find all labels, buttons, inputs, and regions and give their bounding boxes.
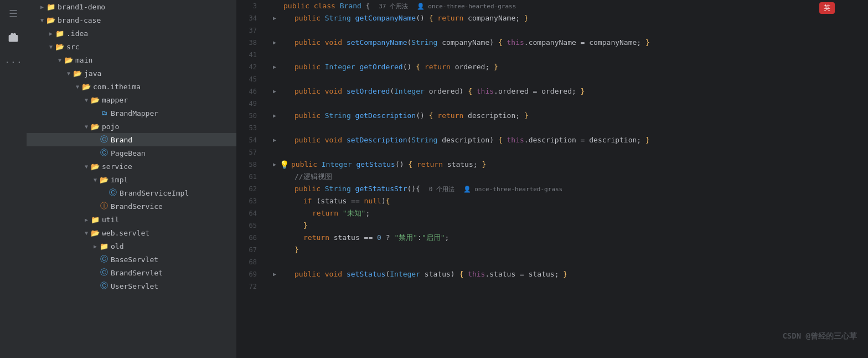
tree-item-brand[interactable]: Ⓒ Brand	[27, 133, 236, 146]
class-icon-user-servlet: Ⓒ	[100, 282, 108, 290]
tree-item-main[interactable]: ▼ 📂 main	[27, 53, 236, 67]
tree-item-mapper[interactable]: ▼ 📂 mapper	[27, 93, 236, 106]
class-icon-brand-mapper: 🗂	[100, 109, 108, 117]
arrow-page-bean	[91, 149, 100, 157]
fold-arrow-46[interactable]: ▶	[270, 85, 279, 98]
folder-icon-web-servlet: 📂	[91, 228, 100, 237]
fold-arrow-54[interactable]: ▶	[270, 134, 279, 146]
line-num-62: 62	[237, 183, 261, 195]
arrow-brand-mapper	[91, 109, 100, 117]
explorer-icon[interactable]	[4, 29, 22, 47]
line-num-69: 69	[237, 268, 261, 280]
class-icon-brand-service-impl: Ⓒ	[108, 188, 117, 197]
tree-item-brand-servlet[interactable]: Ⓒ BrandServlet	[27, 266, 236, 279]
arrow-pojo: ▼	[82, 122, 91, 131]
activity-bar: ☰ ···	[0, 0, 27, 358]
label-brand-service: BrandService	[111, 202, 163, 211]
line-num-72: 72	[237, 280, 261, 293]
arrow-java: ▼	[64, 69, 73, 78]
label-impl: impl	[111, 176, 128, 184]
line-num-63: 63	[237, 195, 261, 207]
code-line-37	[270, 24, 868, 37]
label-old: old	[111, 242, 123, 250]
label-user-servlet: UserServlet	[111, 282, 158, 290]
label-java: java	[84, 69, 101, 78]
code-line-65: }	[270, 219, 868, 232]
dots-icon[interactable]: ···	[4, 53, 22, 71]
code-line-66: return status == 0 ? "禁用":"启用";	[270, 232, 868, 244]
line-num-50: 50	[237, 110, 261, 122]
label-brand: Brand	[111, 136, 132, 144]
arrow-src: ▼	[46, 42, 55, 51]
line-num-65: 65	[237, 219, 261, 232]
folder-icon-idea: 📁	[55, 29, 64, 38]
tree-item-web-servlet[interactable]: ▼ 📂 web.servlet	[27, 226, 236, 239]
watermark: CSDN @曾经的三心草	[782, 331, 857, 341]
code-line-57	[270, 146, 868, 158]
class-icon-brand-servlet: Ⓒ	[100, 268, 108, 277]
fold-arrow-42[interactable]: ▶	[270, 61, 279, 73]
label-brand-servlet: BrandServlet	[111, 269, 163, 277]
tree-item-brand-case[interactable]: ▼ 📂 brand-case	[27, 13, 236, 27]
fold-arrow-69[interactable]: ▶	[270, 268, 279, 280]
tree-item-brand-mapper[interactable]: 🗂 BrandMapper	[27, 106, 236, 120]
fold-arrow-38[interactable]: ▶	[270, 37, 279, 49]
folder-icon-pojo: 📂	[91, 122, 100, 131]
tree-item-impl[interactable]: ▼ 📂 impl	[27, 173, 236, 186]
arrow-user-servlet	[91, 282, 100, 290]
tree-item-user-servlet[interactable]: Ⓒ UserServlet	[27, 279, 236, 293]
tree-item-brand-service-impl[interactable]: Ⓒ BrandServiceImpl	[27, 186, 236, 200]
code-line-53	[270, 122, 868, 134]
menu-icon[interactable]: ☰	[4, 4, 22, 22]
arrow-brand1-demo: ▶	[38, 2, 46, 11]
label-pojo: pojo	[102, 122, 119, 131]
code-line-58: ▶ 💡 public Integer getStatus() { return …	[270, 158, 868, 171]
fold-arrow-50[interactable]: ▶	[270, 110, 279, 122]
tree-item-idea[interactable]: ▶ 📁 .idea	[27, 27, 236, 40]
folder-icon-brand1-demo: 📁	[46, 2, 55, 11]
code-line-64: return "未知";	[270, 207, 868, 219]
line-num-67: 67	[237, 244, 261, 256]
code-line-49	[270, 98, 868, 110]
tree-item-brand-service[interactable]: Ⓘ BrandService	[27, 200, 236, 213]
label-idea: .idea	[66, 29, 88, 38]
line-num-38: 38	[237, 37, 261, 49]
code-line-41	[270, 49, 868, 61]
arrow-brand	[91, 135, 100, 144]
tree-item-com-itheima[interactable]: ▼ 📂 com.itheima	[27, 80, 236, 93]
tree-item-old[interactable]: ▶ 📁 old	[27, 239, 236, 253]
label-main: main	[75, 56, 92, 64]
tree-item-base-servlet[interactable]: Ⓒ BaseServlet	[27, 253, 236, 266]
folder-icon-util: 📁	[91, 215, 100, 224]
tree-item-src[interactable]: ▼ 📂 src	[27, 40, 236, 53]
arrow-brand-case: ▼	[38, 16, 46, 24]
line-num-64: 64	[237, 207, 261, 219]
line-num-57: 57	[237, 146, 261, 158]
code-area: 3 34 37 38 41 42 45 46 49 50 53 54 57 58…	[237, 0, 868, 358]
label-mapper: mapper	[102, 96, 128, 104]
tree-item-page-bean[interactable]: Ⓒ PageBean	[27, 146, 236, 160]
label-brand-mapper: BrandMapper	[111, 109, 158, 117]
line-numbers: 3 34 37 38 41 42 45 46 49 50 53 54 57 58…	[237, 0, 266, 358]
line-num-49: 49	[237, 98, 261, 110]
tree-item-service[interactable]: ▼ 📂 service	[27, 160, 236, 173]
folder-icon-service: 📂	[91, 162, 100, 171]
line-num-46: 46	[237, 85, 261, 98]
folder-icon-brand-case: 📂	[46, 16, 55, 24]
arrow-brand-servlet	[91, 268, 100, 277]
translate-button[interactable]: 英	[819, 2, 835, 14]
code-line-34: ▶ public String getCompanyName() { retur…	[270, 12, 868, 24]
tree-item-java[interactable]: ▼ 📂 java	[27, 67, 236, 80]
folder-icon-impl: 📂	[100, 175, 108, 184]
line-num-45: 45	[237, 73, 261, 85]
bulb-icon-58[interactable]: 💡	[279, 158, 289, 171]
tree-item-util[interactable]: ▶ 📁 util	[27, 213, 236, 226]
label-brand-case: brand-case	[58, 16, 101, 24]
tree-item-pojo[interactable]: ▼ 📂 pojo	[27, 120, 236, 133]
fold-arrow-34[interactable]: ▶	[270, 12, 279, 24]
fold-arrow-58[interactable]: ▶	[270, 158, 279, 171]
label-base-servlet: BaseServlet	[111, 255, 158, 264]
line-num-37: 37	[237, 24, 261, 37]
class-icon-base-servlet: Ⓒ	[100, 255, 108, 264]
tree-item-brand1-demo[interactable]: ▶ 📁 brand1-demo	[27, 0, 236, 13]
